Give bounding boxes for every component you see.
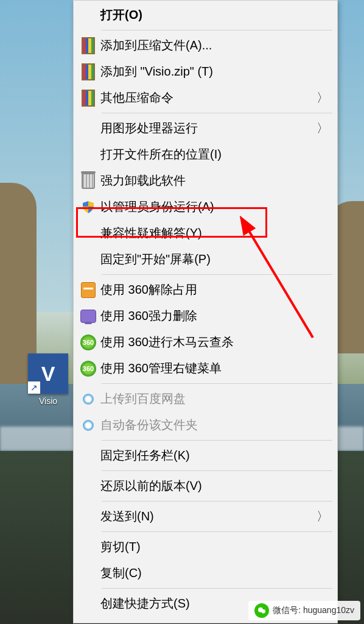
archive-icon	[77, 35, 99, 57]
wechat-footer: 微信号: huguang10zv	[248, 601, 360, 620]
menu-open[interactable]: 打开(O)	[74, 2, 337, 28]
menu-sendto[interactable]: 发送到(N) 〉	[74, 503, 337, 530]
blank-icon	[77, 222, 99, 244]
desktop-icon-label: Visio	[23, 396, 74, 406]
menu-force-uninstall-label: 强力卸载此软件	[99, 172, 331, 189]
desktop-shortcut-visio[interactable]: V ↗ Visio	[23, 353, 74, 406]
menu-force-uninstall[interactable]: 强力卸载此软件	[74, 168, 337, 194]
blank-icon	[77, 593, 99, 615]
blank-icon	[77, 475, 99, 497]
baidu-cloud-icon	[77, 414, 99, 436]
menu-run-as-admin-label: 以管理员身份运行(A)	[99, 199, 331, 215]
separator	[102, 531, 332, 532]
archive-icon	[77, 87, 99, 109]
separator	[102, 470, 332, 471]
shortcut-overlay-icon: ↗	[28, 381, 40, 394]
archive-icon	[77, 61, 99, 83]
menu-360-trojan-label: 使用 360进行木马云查杀	[99, 334, 331, 350]
360-delete-icon	[77, 305, 99, 327]
blank-icon	[77, 144, 99, 166]
menu-zip-other[interactable]: 其他压缩命令 〉	[74, 85, 337, 111]
menu-pin-start[interactable]: 固定到"开始"屏幕(P)	[74, 246, 337, 272]
menu-pin-start-label: 固定到"开始"屏幕(P)	[99, 251, 331, 268]
menu-zip-addname[interactable]: 添加到 "Visio.zip" (T)	[74, 58, 337, 85]
menu-run-gpu-label: 用图形处理器运行	[99, 120, 317, 136]
menu-360-unlock[interactable]: 使用 360解除占用	[74, 277, 337, 303]
menu-open-label: 打开(O)	[99, 7, 331, 23]
blank-icon	[77, 562, 99, 584]
separator	[102, 440, 332, 441]
separator	[102, 383, 332, 384]
menu-cut-label: 剪切(T)	[99, 539, 331, 555]
blank-icon	[77, 506, 99, 528]
menu-restore-version[interactable]: 还原以前的版本(V)	[74, 473, 337, 499]
menu-cut[interactable]: 剪切(T)	[74, 534, 337, 560]
separator	[102, 30, 332, 30]
menu-pin-taskbar[interactable]: 固定到任务栏(K)	[74, 442, 337, 469]
menu-copy[interactable]: 复制(C)	[74, 560, 337, 586]
baidu-cloud-icon	[77, 388, 99, 410]
chevron-right-icon: 〉	[317, 120, 331, 136]
separator	[102, 501, 332, 502]
trash-icon	[77, 170, 99, 192]
chevron-right-icon: 〉	[317, 508, 331, 525]
menu-baidu-backup-label: 自动备份该文件夹	[99, 417, 331, 433]
menu-360-rightmenu-label: 使用 360管理右键菜单	[99, 360, 331, 377]
menu-compat-label: 兼容性疑难解答(Y)	[99, 225, 331, 241]
separator	[102, 274, 332, 275]
menu-run-gpu[interactable]: 用图形处理器运行 〉	[74, 115, 337, 141]
menu-copy-label: 复制(C)	[99, 565, 331, 581]
menu-zip-add[interactable]: 添加到压缩文件(A)...	[74, 32, 337, 58]
menu-360-unlock-label: 使用 360解除占用	[99, 282, 331, 298]
menu-compat-troubleshoot[interactable]: 兼容性疑难解答(Y)	[74, 220, 337, 246]
uac-shield-icon	[77, 196, 99, 218]
360-badge-icon: 360	[77, 358, 99, 380]
360-unlock-icon	[77, 279, 99, 301]
blank-icon	[77, 536, 99, 558]
blank-icon	[77, 118, 99, 140]
menu-zip-addname-label: 添加到 "Visio.zip" (T)	[99, 63, 331, 80]
menu-360-delete[interactable]: 使用 360强力删除	[74, 303, 337, 329]
separator	[102, 588, 332, 589]
menu-sendto-label: 发送到(N)	[99, 508, 317, 525]
menu-360-delete-label: 使用 360强力删除	[99, 308, 331, 324]
menu-restore-label: 还原以前的版本(V)	[99, 478, 331, 494]
menu-run-as-admin[interactable]: 以管理员身份运行(A)	[74, 194, 337, 220]
context-menu: 打开(O) 添加到压缩文件(A)... 添加到 "Visio.zip" (T) …	[73, 0, 338, 623]
wechat-label: 微信号: huguang10zv	[273, 605, 354, 616]
menu-baidu-backup: 自动备份该文件夹	[74, 412, 337, 438]
blank-icon	[77, 249, 99, 271]
blank-icon	[77, 4, 99, 26]
wechat-icon	[254, 603, 269, 618]
visio-tile-icon: V ↗	[28, 353, 68, 394]
menu-pin-taskbar-label: 固定到任务栏(K)	[99, 447, 331, 464]
menu-360-trojan[interactable]: 360 使用 360进行木马云查杀	[74, 329, 337, 355]
menu-360-rightmenu[interactable]: 360 使用 360管理右键菜单	[74, 355, 337, 381]
menu-open-location[interactable]: 打开文件所在的位置(I)	[74, 141, 337, 168]
menu-zip-other-label: 其他压缩命令	[99, 90, 317, 106]
menu-baidu-upload: 上传到百度网盘	[74, 386, 337, 412]
chevron-right-icon: 〉	[317, 90, 331, 106]
blank-icon	[77, 445, 99, 467]
separator	[102, 113, 332, 113]
360-badge-icon: 360	[77, 332, 99, 353]
menu-baidu-upload-label: 上传到百度网盘	[99, 391, 331, 407]
svg-point-2	[261, 609, 265, 614]
menu-zip-add-label: 添加到压缩文件(A)...	[99, 37, 331, 54]
menu-open-location-label: 打开文件所在的位置(I)	[99, 146, 331, 163]
